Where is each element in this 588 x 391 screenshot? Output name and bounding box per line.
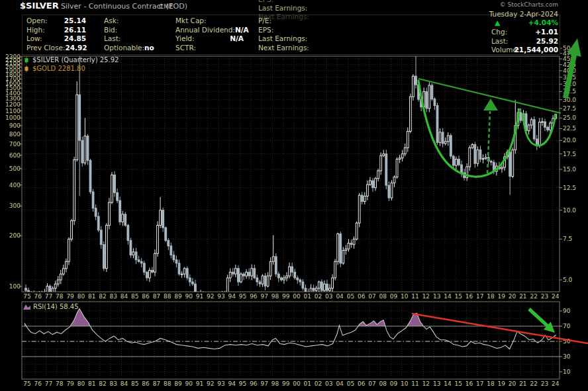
svg-text:06: 06 <box>358 293 366 300</box>
svg-text:20: 20 <box>509 380 516 387</box>
svg-text:04: 04 <box>336 380 344 387</box>
pe-label: P/E: <box>258 17 271 26</box>
svg-text:14: 14 <box>444 380 452 387</box>
svg-text:22: 22 <box>530 380 537 387</box>
svg-text:27.5: 27.5 <box>563 105 576 112</box>
svg-text:89: 89 <box>174 380 182 387</box>
eps-label: EPS: <box>258 26 273 35</box>
svg-text:95: 95 <box>239 380 246 387</box>
svg-text:02: 02 <box>315 293 322 300</box>
svg-text:08: 08 <box>379 293 387 300</box>
legend-gold-label: $GOLD 2281.80 <box>32 65 85 72</box>
svg-text:21: 21 <box>519 380 526 387</box>
svg-text:70: 70 <box>563 323 571 329</box>
yield-label: Yield: <box>175 34 195 44</box>
svg-text:08: 08 <box>379 380 387 387</box>
pct-change-value: +4.04% <box>528 19 558 26</box>
low-label: Low: <box>26 34 42 44</box>
next-earnings-label: Next Earnings: <box>258 44 309 53</box>
svg-text:1200: 1200 <box>5 101 21 108</box>
ask-label: Ask: <box>104 17 119 26</box>
svg-text:15: 15 <box>454 293 462 300</box>
svg-text:93: 93 <box>217 293 224 300</box>
svg-text:83: 83 <box>110 380 117 387</box>
svg-text:12: 12 <box>422 293 430 300</box>
svg-text:30: 30 <box>563 353 571 360</box>
svg-text:15: 15 <box>454 380 462 387</box>
svg-text:400: 400 <box>9 182 21 189</box>
svg-text:10: 10 <box>563 369 571 375</box>
svg-text:11: 11 <box>411 293 418 300</box>
svg-text:7.5: 7.5 <box>563 236 572 242</box>
svg-text:24: 24 <box>552 380 560 387</box>
svg-text:77: 77 <box>45 293 52 300</box>
svg-text:96: 96 <box>250 380 258 387</box>
svg-text:00: 00 <box>293 380 301 387</box>
svg-text:79: 79 <box>66 380 74 387</box>
symbol: $SILVER <box>20 1 59 11</box>
svg-text:80: 80 <box>77 293 85 300</box>
stray-eps-label: EPS: <box>258 0 273 3</box>
exchange-label: CME <box>159 3 174 10</box>
prev-close-value: 24.92 <box>65 44 87 53</box>
svg-text:80: 80 <box>77 380 85 387</box>
svg-text:06: 06 <box>358 380 366 387</box>
svg-text:10.0: 10.0 <box>563 207 576 214</box>
svg-text:89: 89 <box>174 293 182 300</box>
svg-text:23: 23 <box>541 380 548 387</box>
high-value: 26.11 <box>64 26 86 35</box>
svg-text:87: 87 <box>153 293 160 300</box>
svg-text:96: 96 <box>250 293 258 300</box>
svg-text:18: 18 <box>487 293 495 300</box>
svg-text:09: 09 <box>390 380 398 387</box>
svg-text:78: 78 <box>56 293 64 300</box>
legend-silver-label: $SILVER (Quarterly) 25.92 <box>32 56 119 64</box>
svg-text:92: 92 <box>207 380 214 387</box>
optionable-label: Optionable: <box>104 44 144 53</box>
svg-text:85: 85 <box>131 293 138 300</box>
svg-text:82: 82 <box>99 380 106 387</box>
svg-text:16: 16 <box>466 380 473 387</box>
svg-text:200: 200 <box>9 232 21 239</box>
svg-text:10: 10 <box>401 380 409 387</box>
annual-dividend-value: N/A <box>235 26 249 35</box>
quote-col-earnings: P/E: EPS: Last Earnings: Next Earnings: <box>258 17 331 52</box>
svg-text:19: 19 <box>498 380 506 387</box>
svg-text:13: 13 <box>433 293 440 300</box>
quote-date: Tuesday 2-Apr-2024 <box>489 10 558 18</box>
open-value: 25.14 <box>64 17 86 26</box>
svg-text:24: 24 <box>552 293 560 300</box>
legend-rsi-label: RSI(14) 58.45 <box>33 303 79 310</box>
legend-rsi: RSI(14) 58.45 <box>23 303 79 310</box>
optionable-value: no <box>144 44 154 53</box>
svg-text:900: 900 <box>9 122 21 129</box>
svg-text:12.5: 12.5 <box>563 185 576 191</box>
svg-text:05: 05 <box>347 293 354 300</box>
svg-text:75: 75 <box>23 293 30 300</box>
svg-text:76: 76 <box>34 380 42 387</box>
svg-text:98: 98 <box>271 380 279 387</box>
svg-text:20: 20 <box>509 293 516 300</box>
svg-text:03: 03 <box>325 380 332 387</box>
svg-text:90: 90 <box>185 380 193 387</box>
svg-text:05: 05 <box>347 380 354 387</box>
annual-dividend-label: Annual Dividend: <box>175 26 235 35</box>
svg-text:87: 87 <box>153 380 160 387</box>
sctr-label: SCTR: <box>175 44 196 53</box>
legend-gold: $GOLD 2281.80 <box>23 65 85 72</box>
svg-text:700: 700 <box>9 141 21 148</box>
svg-text:25.0: 25.0 <box>563 114 576 121</box>
svg-text:88: 88 <box>164 380 172 387</box>
svg-text:95: 95 <box>239 293 246 300</box>
svg-text:100: 100 <box>9 283 21 290</box>
svg-text:600: 600 <box>9 152 21 159</box>
svg-text:5.0: 5.0 <box>563 277 573 283</box>
svg-text:75: 75 <box>23 380 30 387</box>
svg-text:20.0: 20.0 <box>563 137 576 144</box>
svg-text:88: 88 <box>164 293 172 300</box>
copyright: © StockCharts.com <box>500 1 558 8</box>
svg-text:500: 500 <box>9 165 21 172</box>
svg-text:12: 12 <box>422 380 430 387</box>
volume-value: 21,544,000 <box>514 46 558 54</box>
svg-text:17: 17 <box>476 293 483 300</box>
